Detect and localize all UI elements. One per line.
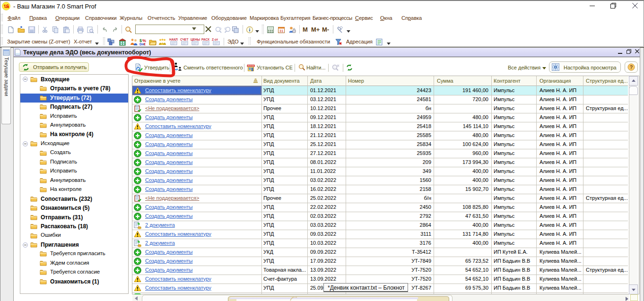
svg-text:€: €: [144, 43, 146, 46]
svg-text:31: 31: [279, 29, 284, 33]
svg-text:?: ?: [630, 64, 633, 70]
